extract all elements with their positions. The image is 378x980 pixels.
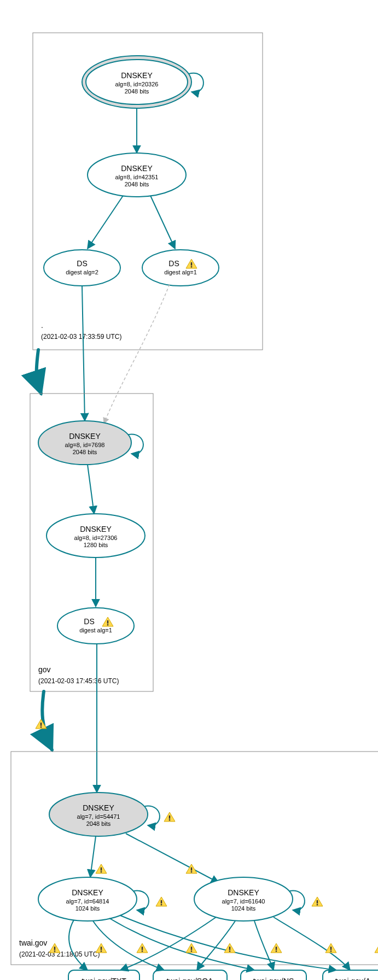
svg-text:2048 bits: 2048 bits <box>125 88 149 95</box>
svg-text:DNSKEY: DNSKEY <box>72 888 103 897</box>
svg-text:2048 bits: 2048 bits <box>73 449 97 455</box>
node-twai-zsk1[interactable]: DNSKEY alg=7, id=64814 1024 bits <box>38 877 137 921</box>
edge-zsk1-txt <box>69 920 88 970</box>
svg-text:alg=8, id=20326: alg=8, id=20326 <box>115 81 159 87</box>
zone-root-timestamp: (2021-02-03 17:33:59 UTC) <box>41 333 121 341</box>
edge-zsk2-ns <box>254 921 274 970</box>
svg-text:twai.gov/SOA: twai.gov/SOA <box>167 977 213 980</box>
node-root-ksk[interactable]: DNSKEY alg=8, id=20326 2048 bits <box>82 56 191 108</box>
edge-root-zsk-ds2 <box>150 196 175 249</box>
warning-icon <box>375 943 378 953</box>
svg-text:2048 bits: 2048 bits <box>86 820 111 827</box>
svg-rect-30 <box>11 752 378 965</box>
svg-text:digest alg=2: digest alg=2 <box>66 269 98 275</box>
warning-icon <box>137 943 148 953</box>
warning-icon <box>312 897 323 906</box>
node-root-ds1[interactable]: DS digest alg=2 <box>44 250 120 286</box>
node-root-zsk[interactable]: DNSKEY alg=8, id=42351 2048 bits <box>88 153 186 197</box>
zone-gov-name: gov <box>38 665 51 674</box>
svg-text:1024 bits: 1024 bits <box>75 905 100 912</box>
svg-text:alg=8, id=42351: alg=8, id=42351 <box>115 174 159 180</box>
svg-text:alg=7, id=54471: alg=7, id=54471 <box>77 813 120 820</box>
svg-text:DNSKEY: DNSKEY <box>80 525 112 533</box>
edge-twai-ksk-zsk2 <box>126 834 219 883</box>
svg-text:alg=8, id=27306: alg=8, id=27306 <box>74 535 118 541</box>
svg-text:DS: DS <box>84 617 94 626</box>
node-gov-ksk[interactable]: DNSKEY alg=8, id=7698 2048 bits <box>38 421 131 465</box>
svg-text:DNSKEY: DNSKEY <box>121 71 153 80</box>
svg-text:1280 bits: 1280 bits <box>84 542 108 548</box>
rr-a[interactable]: twai.gov/A <box>323 970 378 980</box>
zone-twai: twai.gov (2021-02-03 21:18:05 UTC) <box>11 752 378 965</box>
zone-root-name: . <box>41 321 43 330</box>
edge-zsk1-a <box>120 916 336 970</box>
warning-icon <box>96 864 107 873</box>
svg-text:DNSKEY: DNSKEY <box>121 164 153 173</box>
svg-text:twai.gov/NS: twai.gov/NS <box>253 977 294 980</box>
node-root-ds2[interactable]: DS digest alg=1 <box>142 250 219 286</box>
svg-point-12 <box>44 250 120 286</box>
svg-text:alg=7, id=64814: alg=7, id=64814 <box>66 898 109 905</box>
edge-twai-ksk-zsk1 <box>90 836 96 877</box>
warning-icon <box>49 943 60 953</box>
zone-twai-name: twai.gov <box>19 938 47 947</box>
svg-text:twai.gov/TXT: twai.gov/TXT <box>82 977 126 980</box>
svg-text:DNSKEY: DNSKEY <box>69 432 101 441</box>
rr-soa[interactable]: twai.gov/SOA <box>153 970 227 980</box>
edge-gov-ksk-zsk <box>88 465 94 514</box>
svg-text:DS: DS <box>77 259 87 268</box>
warning-icon <box>271 943 282 953</box>
svg-text:2048 bits: 2048 bits <box>125 181 149 187</box>
edge-root-zsk-ds1 <box>88 196 123 249</box>
zone-gov-timestamp: (2021-02-03 17:45:36 UTC) <box>38 677 119 685</box>
edge-root-to-gov-deleg <box>37 350 41 394</box>
edge-ds2-to-gov-ksk <box>104 284 170 424</box>
svg-text:alg=7, id=61640: alg=7, id=61640 <box>222 898 265 905</box>
svg-text:alg=8, id=7698: alg=8, id=7698 <box>65 442 105 448</box>
warning-icon <box>164 812 175 821</box>
rr-ns[interactable]: twai.gov/NS <box>241 970 306 980</box>
node-twai-ksk[interactable]: DNSKEY alg=7, id=54471 2048 bits <box>49 793 148 836</box>
node-gov-zsk[interactable]: DNSKEY alg=8, id=27306 1280 bits <box>46 514 145 558</box>
edge-gov-to-twai-deleg <box>42 691 52 750</box>
svg-text:DNSKEY: DNSKEY <box>228 888 259 897</box>
edge-zsk1-ns <box>109 918 254 970</box>
warning-icon <box>156 897 167 906</box>
warning-icon <box>325 943 336 953</box>
node-twai-zsk2[interactable]: DNSKEY alg=7, id=61640 1024 bits <box>194 877 293 921</box>
warning-icon <box>186 864 197 873</box>
rr-txt[interactable]: twai.gov/TXT <box>68 970 139 980</box>
warning-icon <box>96 943 107 953</box>
svg-text:digest alg=1: digest alg=1 <box>164 269 197 275</box>
svg-text:DNSKEY: DNSKEY <box>83 803 114 812</box>
svg-point-27 <box>57 608 134 644</box>
svg-text:DS: DS <box>168 259 179 268</box>
svg-point-15 <box>142 250 219 286</box>
warning-icon <box>186 943 197 953</box>
edge-ds1-to-gov-ksk <box>82 286 85 421</box>
svg-text:twai.gov/A: twai.gov/A <box>335 977 371 980</box>
node-gov-ds[interactable]: DS digest alg=1 <box>57 608 134 644</box>
warning-icon <box>224 943 235 953</box>
svg-text:1024 bits: 1024 bits <box>231 905 256 912</box>
svg-text:digest alg=1: digest alg=1 <box>79 627 112 633</box>
